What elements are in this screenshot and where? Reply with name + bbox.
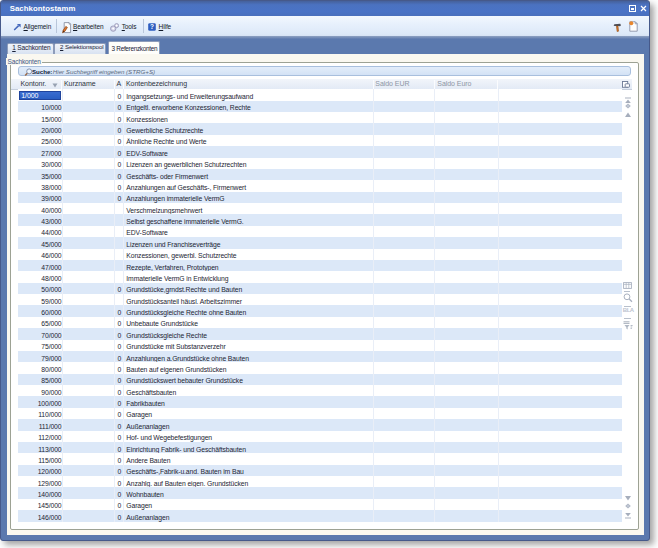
svg-text:?: ? xyxy=(150,23,154,30)
